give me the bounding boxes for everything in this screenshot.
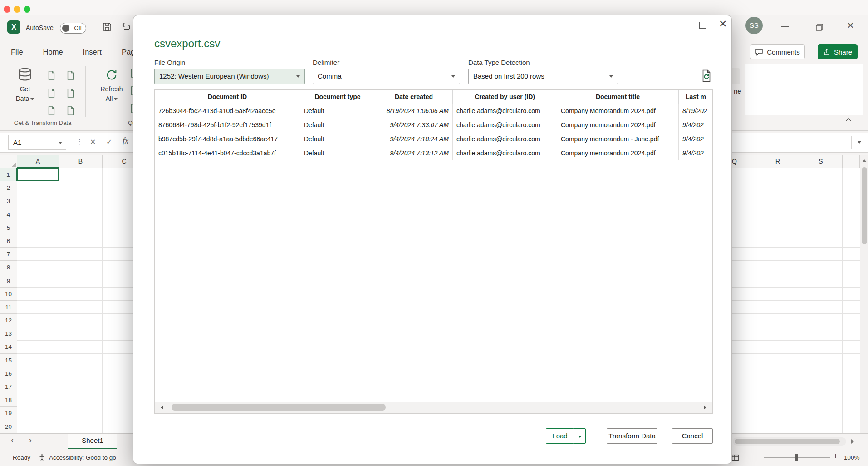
from-table-range-icon[interactable] xyxy=(61,66,80,84)
formula-bar-expand-icon[interactable] xyxy=(858,141,861,144)
grid-line xyxy=(756,168,756,433)
mac-close-button[interactable] xyxy=(4,6,10,13)
preview-cell: Default xyxy=(300,104,375,118)
menu-tab-insert[interactable]: Insert xyxy=(83,48,102,56)
row-header-9[interactable]: 9 xyxy=(0,274,17,288)
preview-column-header[interactable]: Date created xyxy=(375,90,453,104)
name-box-drag-dots-icon[interactable]: ⋮ xyxy=(76,138,83,146)
row-header-5[interactable]: 5 xyxy=(0,221,17,234)
row-header-4[interactable]: 4 xyxy=(0,208,17,221)
insert-function-icon[interactable]: fx xyxy=(123,136,128,146)
sheet-tab-sheet1[interactable]: Sheet1 xyxy=(68,434,117,449)
restore-icon[interactable] xyxy=(815,23,824,32)
existing-connections-icon[interactable] xyxy=(42,102,61,119)
vertical-scroll-thumb[interactable] xyxy=(862,167,867,244)
undo-icon[interactable] xyxy=(121,21,132,32)
share-button[interactable]: Share xyxy=(818,44,858,59)
preview-column-header[interactable]: Document title xyxy=(557,90,679,104)
scroll-left-icon[interactable] xyxy=(161,405,163,410)
scroll-up-icon[interactable] xyxy=(862,159,867,162)
delimiter-value: Comma xyxy=(318,72,342,80)
preview-column-header[interactable]: Document ID xyxy=(155,90,300,104)
accessibility-icon[interactable] xyxy=(38,454,46,461)
row-header-12[interactable]: 12 xyxy=(0,314,17,327)
name-box[interactable]: A1 xyxy=(8,135,66,150)
column-header-partial[interactable] xyxy=(843,155,860,168)
row-header-16[interactable]: 16 xyxy=(0,367,17,380)
mac-zoom-button[interactable] xyxy=(24,6,30,13)
recent-sources-icon[interactable] xyxy=(61,84,80,102)
preview-column-header[interactable]: Document type xyxy=(300,90,375,104)
preview-column-header[interactable]: Last m xyxy=(679,90,713,104)
dialog-maximize-icon[interactable] xyxy=(699,22,706,29)
column-header-a[interactable]: A xyxy=(17,155,59,168)
confirm-entry-icon[interactable]: ✓ xyxy=(106,138,112,146)
zoom-level[interactable]: 100% xyxy=(844,454,860,461)
from-text-csv-icon[interactable] xyxy=(42,66,61,84)
from-picture-icon[interactable] xyxy=(61,102,80,119)
get-data-button[interactable]: GetData xyxy=(11,65,39,104)
comments-button[interactable]: Comments xyxy=(750,44,805,59)
row-header-3[interactable]: 3 xyxy=(0,194,17,208)
scroll-right-icon[interactable] xyxy=(704,405,706,410)
column-header-b[interactable]: B xyxy=(59,155,103,168)
zoom-slider-knob[interactable] xyxy=(795,454,798,461)
row-header-10[interactable]: 10 xyxy=(0,288,17,301)
delimiter-select[interactable]: Comma xyxy=(313,69,460,84)
column-header-s[interactable]: S xyxy=(799,155,843,168)
dialog-close-icon[interactable]: ✕ xyxy=(719,18,727,30)
avatar[interactable]: SS xyxy=(745,17,763,34)
window-close-icon[interactable]: ✕ xyxy=(847,20,854,31)
row-header-19[interactable]: 19 xyxy=(0,407,17,420)
cancel-button[interactable]: Cancel xyxy=(672,428,713,444)
mac-minimize-button[interactable] xyxy=(14,6,20,13)
row-header-7[interactable]: 7 xyxy=(0,248,17,261)
row-header-17[interactable]: 17 xyxy=(0,380,17,393)
dialog-title: csvexport.csv xyxy=(154,37,220,50)
load-button[interactable]: Load xyxy=(546,428,574,444)
preview-header-row: Document IDDocument typeDate createdCrea… xyxy=(155,90,712,104)
grid-line xyxy=(102,168,103,433)
vertical-scrollbar[interactable] xyxy=(860,155,868,433)
row-header-13[interactable]: 13 xyxy=(0,327,17,340)
row-header-20[interactable]: 20 xyxy=(0,420,17,433)
minimize-icon[interactable] xyxy=(781,26,789,27)
active-cell-a1[interactable] xyxy=(17,168,59,181)
refresh-preview-icon[interactable] xyxy=(700,69,713,83)
select-all-corner[interactable] xyxy=(0,155,17,168)
refresh-all-button[interactable]: RefreshAll xyxy=(95,65,128,104)
data-type-detection-select[interactable]: Based on first 200 rows xyxy=(468,69,618,84)
sheet-next-icon[interactable]: › xyxy=(29,436,32,445)
cancel-entry-icon[interactable]: ✕ xyxy=(90,138,96,146)
scroll-right-icon[interactable] xyxy=(851,439,854,444)
preview-hscrollbar[interactable] xyxy=(155,402,712,413)
row-header-11[interactable]: 11 xyxy=(0,301,17,314)
collapse-ribbon-icon[interactable] xyxy=(845,117,852,123)
save-icon[interactable] xyxy=(102,21,113,32)
row-header-1[interactable]: 1 xyxy=(0,168,17,181)
menu-tab-file[interactable]: File xyxy=(11,48,23,56)
row-header-14[interactable]: 14 xyxy=(0,340,17,353)
preview-hscroll-thumb[interactable] xyxy=(172,404,386,411)
from-web-icon[interactable] xyxy=(42,84,61,102)
row-header-15[interactable]: 15 xyxy=(0,354,17,367)
row-header-2[interactable]: 2 xyxy=(0,181,17,194)
column-header-r[interactable]: R xyxy=(756,155,799,168)
row-header-18[interactable]: 18 xyxy=(0,393,17,407)
horizontal-scrollbar[interactable] xyxy=(733,437,846,446)
menu-tab-home[interactable]: Home xyxy=(43,48,63,56)
transform-data-button[interactable]: Transform Data xyxy=(607,428,657,444)
preview-cell: Company Memorandum 2024.pdf xyxy=(557,104,679,118)
row-header-8[interactable]: 8 xyxy=(0,261,17,274)
row-header-6[interactable]: 6 xyxy=(0,234,17,248)
zoom-in-icon[interactable]: + xyxy=(833,451,838,461)
preview-column-header[interactable]: Created by user (ID) xyxy=(453,90,557,104)
load-split-arrow[interactable] xyxy=(574,428,586,444)
file-origin-select[interactable]: 1252: Western European (Windows) xyxy=(154,69,305,84)
autosave-toggle[interactable]: Off xyxy=(60,23,86,34)
accessibility-status[interactable]: Accessibility: Good to go xyxy=(49,454,116,461)
horizontal-scroll-thumb[interactable] xyxy=(735,439,840,444)
sheet-prev-icon[interactable]: ‹ xyxy=(11,436,14,445)
page-layout-view-icon[interactable] xyxy=(731,454,739,461)
zoom-out-icon[interactable]: − xyxy=(753,451,758,461)
